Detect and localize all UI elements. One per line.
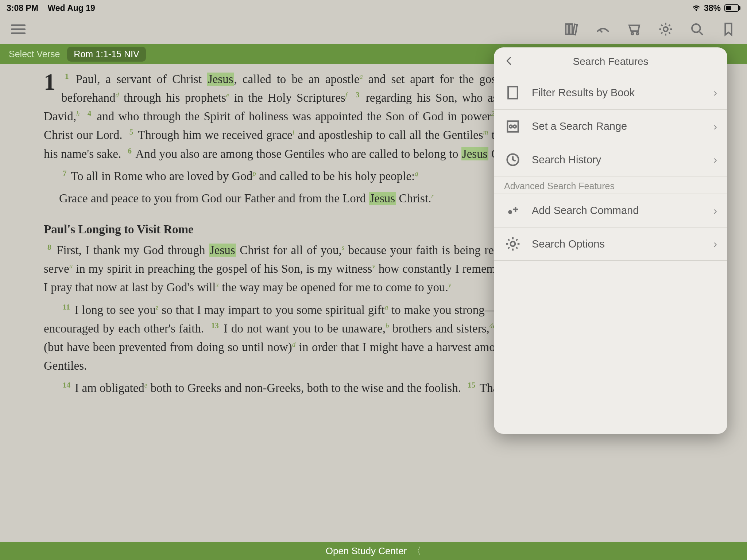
gear-icon — [504, 235, 522, 253]
verse-reference-chip[interactable]: Rom 1:1-15 NIV — [67, 47, 146, 62]
status-left: 3:08 PM Wed Aug 19 — [7, 3, 95, 13]
row-label: Add Search Command — [532, 205, 703, 217]
wifi-icon — [692, 3, 701, 13]
chevron-right-icon: › — [713, 86, 717, 99]
popover-title: Search Features — [504, 56, 717, 67]
popover-subheading: Advanced Search Features — [494, 176, 727, 194]
add-command-icon — [504, 202, 522, 219]
svg-point-13 — [508, 210, 512, 214]
status-bar: 3:08 PM Wed Aug 19 38% — [0, 0, 747, 15]
library-icon[interactable] — [564, 22, 579, 37]
svg-rect-0 — [566, 24, 568, 34]
add-search-command-row[interactable]: Add Search Command › — [494, 194, 727, 227]
battery-icon — [724, 4, 740, 12]
study-center-label: Open Study Center — [326, 545, 407, 557]
row-label: Search Options — [532, 238, 703, 250]
search-features-popover: Search Features Filter Results by Book ›… — [494, 47, 727, 434]
svg-rect-8 — [508, 87, 518, 99]
chapter-number: 1 — [44, 71, 55, 93]
battery-percentage: 38% — [704, 3, 721, 13]
select-verse-button[interactable]: Select Verse — [9, 49, 60, 59]
settings-icon[interactable] — [658, 22, 673, 37]
search-options-row[interactable]: Search Options › — [494, 227, 727, 261]
bookmark-icon[interactable] — [721, 22, 736, 37]
svg-point-11 — [514, 125, 516, 128]
row-label: Search History — [532, 154, 703, 166]
status-time: 3:08 PM — [7, 3, 38, 13]
svg-point-6 — [692, 24, 700, 32]
svg-point-4 — [636, 32, 639, 35]
search-range-row[interactable]: Set a Search Range › — [494, 109, 727, 143]
chevron-left-icon: 〈 — [412, 545, 421, 557]
svg-rect-2 — [573, 24, 577, 35]
status-date: Wed Aug 19 — [48, 3, 95, 13]
top-toolbar — [0, 15, 747, 44]
highlight-icon[interactable] — [595, 22, 611, 37]
toolbar-icon-group — [564, 22, 736, 37]
row-label: Set a Search Range — [532, 120, 703, 132]
menu-icon[interactable] — [11, 24, 26, 34]
history-icon — [504, 151, 522, 168]
cart-icon[interactable] — [627, 22, 642, 37]
search-icon[interactable] — [689, 22, 705, 37]
svg-point-3 — [631, 32, 634, 35]
svg-line-7 — [700, 32, 703, 35]
range-icon — [504, 118, 522, 135]
row-label: Filter Results by Book — [532, 87, 703, 99]
filter-results-row[interactable]: Filter Results by Book › — [494, 76, 727, 109]
chevron-right-icon: › — [713, 205, 717, 217]
chevron-right-icon: › — [713, 120, 717, 133]
svg-rect-1 — [570, 24, 572, 34]
svg-point-5 — [663, 27, 668, 31]
svg-point-14 — [511, 242, 515, 246]
chevron-right-icon: › — [713, 238, 717, 250]
status-right: 38% — [692, 3, 740, 13]
search-history-row[interactable]: Search History › — [494, 143, 727, 176]
book-outline-icon — [504, 84, 522, 101]
study-center-button[interactable]: Open Study Center 〈 — [0, 542, 747, 560]
svg-point-10 — [510, 125, 512, 128]
popover-header: Search Features — [494, 47, 727, 76]
chevron-right-icon: › — [713, 153, 717, 166]
